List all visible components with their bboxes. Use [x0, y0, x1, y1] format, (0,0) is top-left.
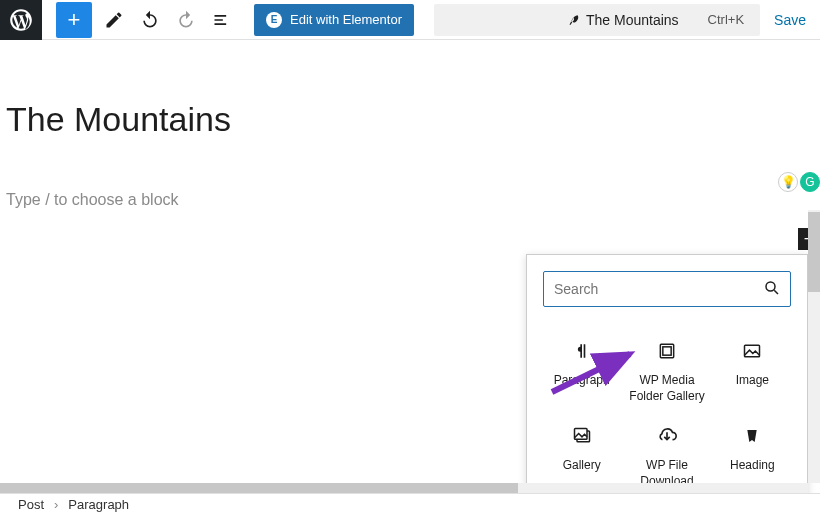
wordpress-icon	[8, 7, 34, 33]
list-view-icon[interactable]	[208, 2, 236, 38]
pencil-icon[interactable]	[100, 2, 128, 38]
block-heading[interactable]: Heading	[710, 414, 795, 493]
cloud-download-icon	[655, 424, 679, 448]
breadcrumb: Post › Paragraph	[0, 493, 820, 515]
svg-line-1	[774, 290, 778, 294]
breadcrumb-paragraph[interactable]: Paragraph	[68, 497, 129, 512]
post-title[interactable]: The Mountains	[6, 100, 820, 139]
badge-hint[interactable]: 💡	[778, 172, 798, 192]
wordpress-logo[interactable]	[0, 0, 42, 40]
svg-rect-4	[745, 345, 760, 357]
search-input[interactable]	[543, 271, 791, 307]
svg-point-0	[766, 282, 775, 291]
paragraph-icon	[570, 339, 594, 363]
chevron-right-icon: ›	[54, 497, 58, 512]
command-bar[interactable]: The Mountains Ctrl+K	[434, 4, 760, 36]
block-paragraph[interactable]: Paragraph	[539, 329, 624, 414]
media-folder-icon	[655, 339, 679, 363]
image-icon	[740, 339, 764, 363]
undo-icon[interactable]	[136, 2, 164, 38]
edit-elementor-button[interactable]: E Edit with Elementor	[254, 4, 414, 36]
block-gallery[interactable]: Gallery	[539, 414, 624, 493]
heading-icon	[740, 424, 764, 448]
vertical-scrollbar[interactable]	[808, 210, 820, 483]
search-icon	[763, 279, 781, 297]
breadcrumb-post[interactable]: Post	[18, 497, 44, 512]
badge-grammarly[interactable]: G	[800, 172, 820, 192]
horizontal-scrollbar[interactable]	[0, 483, 808, 493]
topbar: + E Edit with Elementor The Mountains Ct…	[0, 0, 820, 40]
elementor-icon: E	[266, 12, 282, 28]
block-wp-file-download[interactable]: WP File Download Category	[624, 414, 709, 493]
doc-title: The Mountains	[586, 12, 708, 28]
floating-badges: 💡 G	[778, 172, 820, 192]
gallery-icon	[570, 424, 594, 448]
plus-icon: +	[68, 9, 81, 31]
redo-icon[interactable]	[172, 2, 200, 38]
save-button[interactable]: Save	[774, 12, 806, 28]
block-image[interactable]: Image	[710, 329, 795, 414]
svg-rect-3	[663, 347, 671, 355]
feather-icon	[566, 13, 580, 27]
block-placeholder[interactable]: Type / to choose a block	[6, 191, 820, 209]
shortcut-hint: Ctrl+K	[708, 12, 744, 27]
block-grid: Paragraph WP Media Folder Gallery Image …	[527, 323, 807, 493]
block-wp-media-folder-gallery[interactable]: WP Media Folder Gallery	[624, 329, 709, 414]
elementor-label: Edit with Elementor	[290, 12, 402, 27]
editor-canvas: The Mountains Type / to choose a block 💡…	[0, 40, 820, 493]
block-inserter-panel: Paragraph WP Media Folder Gallery Image …	[526, 254, 808, 493]
add-block-button[interactable]: +	[56, 2, 92, 38]
